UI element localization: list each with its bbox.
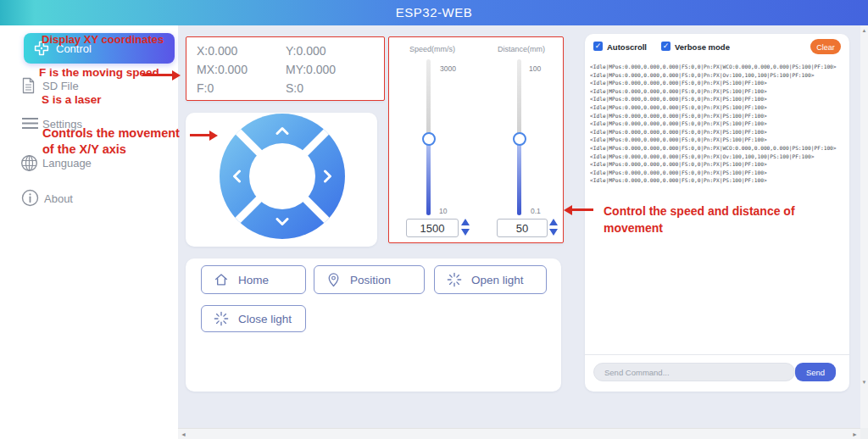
app-title: ESP32-WEB <box>0 0 868 25</box>
chevron-down-icon <box>275 218 289 226</box>
vertical-scrollbar[interactable]: ▲ ▼ <box>860 25 868 428</box>
annotation-s-laser: S is a laser <box>42 93 102 106</box>
speed-slider-thumb[interactable] <box>422 132 436 146</box>
info-icon <box>21 189 39 210</box>
scroll-left-icon[interactable]: ◄ <box>181 429 186 439</box>
distance-slider-thumb[interactable] <box>513 132 526 146</box>
app-header: ESP32-WEB <box>0 0 868 25</box>
coord-y: Y:0.000 <box>286 44 326 58</box>
coord-x: X:0.000 <box>197 44 237 58</box>
stepper-up-icon[interactable] <box>549 219 558 225</box>
file-icon <box>21 77 36 97</box>
jog-left-button[interactable] <box>224 164 249 189</box>
sidebar-item-label: SD File <box>42 80 79 92</box>
verbose-label: Verbose mode <box>675 42 730 52</box>
autoscroll-checkbox[interactable]: ✓ <box>593 42 603 51</box>
scroll-down-icon[interactable]: ▼ <box>860 380 868 385</box>
check-icon: ✓ <box>663 42 670 50</box>
annotation-arrow-coordinates <box>142 74 173 76</box>
sidebar-item-label: About <box>44 192 73 205</box>
annotation-speed-distance: Control the speed and distance of moveme… <box>604 203 795 236</box>
annotation-speed-distance-line1: Control the speed and distance of <box>604 203 795 220</box>
stepper-up-icon[interactable] <box>461 219 470 225</box>
pin-icon <box>326 272 341 288</box>
distance-min-label: 0.1 <box>531 207 541 215</box>
coord-my: MY:0.000 <box>286 63 336 76</box>
scroll-right-icon[interactable]: ► <box>852 429 858 439</box>
speed-min-label: 10 <box>439 207 447 215</box>
position-button-label: Position <box>350 274 391 286</box>
annotation-speed-distance-line2: movement <box>604 220 795 236</box>
speed-max-label: 3000 <box>440 64 456 73</box>
coord-f: F:0 <box>197 81 214 95</box>
light-rays-icon <box>214 311 229 326</box>
coord-mx: MX:0.000 <box>197 63 248 76</box>
coordinates-panel: X:0.000 Y:0.000 MX:0.000 MY:0.000 F:0 S:… <box>186 36 385 101</box>
coord-s: S:0 <box>286 81 303 95</box>
clear-button[interactable]: Clear <box>810 39 841 54</box>
close-light-button-label: Close light <box>238 313 292 325</box>
distance-track-fill <box>517 137 521 215</box>
close-light-button[interactable]: Close light <box>201 305 306 332</box>
distance-value-input[interactable] <box>497 219 548 237</box>
verbose-checkbox[interactable]: ✓ <box>661 42 670 51</box>
home-button[interactable]: Home <box>201 265 306 294</box>
console-footer-divider <box>585 354 849 355</box>
speed-slider-label: Speed(mm/s) <box>409 45 455 53</box>
chevron-up-icon <box>275 126 289 135</box>
jog-down-button[interactable] <box>270 209 295 235</box>
ring-center <box>249 143 315 209</box>
stepper-down-icon[interactable] <box>549 229 558 236</box>
open-light-button-label: Open light <box>471 274 524 286</box>
speed-track-fill <box>426 137 431 215</box>
esp32-web-app: ESP32-WEB Control SD File <box>0 0 868 439</box>
actions-panel: Home Position Open light Close lig <box>186 258 561 392</box>
scrollbar-corner <box>860 428 868 439</box>
position-button[interactable]: Position <box>314 265 425 294</box>
annotation-arrow-sliders <box>571 208 593 211</box>
distance-track-empty <box>517 59 521 137</box>
autoscroll-label: Autoscroll <box>607 42 647 52</box>
jog-up-button[interactable] <box>270 118 295 143</box>
annotation-arrow-dpad <box>190 134 210 136</box>
chevron-left-icon <box>232 169 241 183</box>
speed-value-input[interactable] <box>406 219 459 237</box>
chevron-right-icon <box>324 169 332 183</box>
annotation-f-speed: F is the moving speed <box>39 66 159 79</box>
send-command-input[interactable] <box>593 363 795 381</box>
annotation-display-xy: Display XY coordinates <box>42 33 164 46</box>
check-icon: ✓ <box>595 42 602 50</box>
home-button-label: Home <box>238 274 269 286</box>
light-rays-icon <box>447 272 462 287</box>
distance-slider-label: Distance(mm) <box>498 45 545 53</box>
menu-icon <box>21 116 39 134</box>
stepper-down-icon[interactable] <box>461 229 470 236</box>
globe-icon <box>20 154 38 175</box>
annotation-movement-line2: of the X/Y axis <box>42 142 180 158</box>
open-light-button[interactable]: Open light <box>434 265 547 294</box>
jog-right-button[interactable] <box>315 164 341 189</box>
horizontal-scrollbar[interactable]: ◄ ► <box>178 428 860 439</box>
annotation-movement: Controls the movement of the X/Y axis <box>42 125 180 158</box>
send-button[interactable]: Send <box>795 363 836 381</box>
distance-stepper[interactable] <box>548 218 559 236</box>
annotation-movement-line1: Controls the movement <box>42 125 180 142</box>
sidebar-item-label: Language <box>42 157 92 169</box>
jog-pad-ring <box>220 114 345 239</box>
speed-stepper[interactable] <box>460 218 470 236</box>
home-icon <box>214 272 229 287</box>
distance-max-label: 100 <box>529 64 541 73</box>
sidebar-item-about[interactable]: About <box>0 189 174 209</box>
speed-track-empty <box>426 59 431 137</box>
scroll-up-icon[interactable]: ▲ <box>860 28 868 33</box>
speed-distance-panel: Speed(mm/s) 3000 10 Distance(mm) 100 0.1 <box>388 36 564 243</box>
